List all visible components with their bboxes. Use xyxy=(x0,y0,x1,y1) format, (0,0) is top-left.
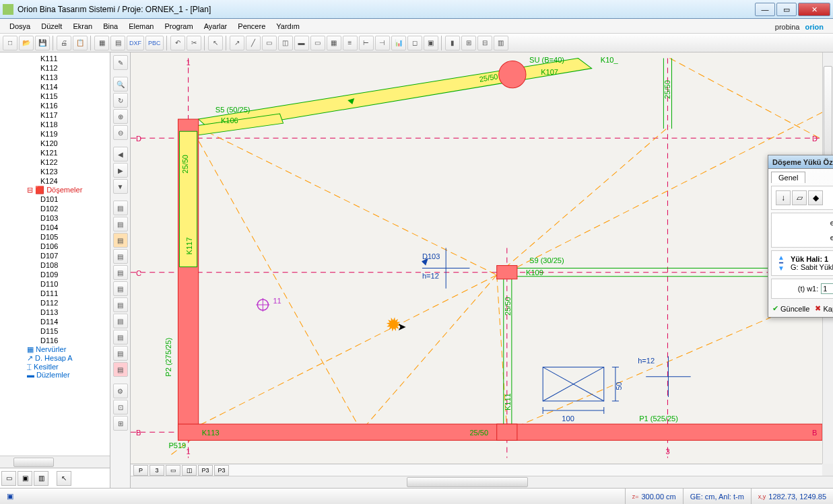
menu-ayarlar[interactable]: Ayarlar xyxy=(199,21,233,32)
line-icon[interactable]: ╱ xyxy=(246,36,261,50)
maximize-button[interactable]: ▭ xyxy=(776,3,797,16)
tree-k-item[interactable]: K122 xyxy=(0,157,110,167)
tree-d-item[interactable]: D115 xyxy=(0,326,110,336)
dialog-title-bar[interactable]: Döşeme Yükü Özellikleri ✕ xyxy=(768,155,833,169)
tree-d-item[interactable]: D107 xyxy=(0,251,110,260)
tree-hscroll[interactable] xyxy=(0,456,110,468)
layer4-icon[interactable]: ▤ xyxy=(113,249,128,264)
tree-k-item[interactable]: K116 xyxy=(0,101,110,110)
w1-input[interactable] xyxy=(821,283,833,294)
dim2-icon[interactable]: ⊣ xyxy=(375,36,390,50)
list-icon[interactable]: ≡ xyxy=(343,36,358,50)
zoomout-icon[interactable]: ⊖ xyxy=(113,125,128,140)
tree-k-item[interactable]: K112 xyxy=(0,63,110,73)
zoomin-icon[interactable]: ⊕ xyxy=(113,109,128,124)
menu-ekran[interactable]: Ekran xyxy=(67,21,98,32)
tree-d-item[interactable]: D111 xyxy=(0,289,110,298)
menu-program[interactable]: Program xyxy=(159,21,198,32)
tree-d-item[interactable]: D108 xyxy=(0,260,110,270)
ctab-b[interactable]: ◫ xyxy=(182,465,197,476)
tree-k-item[interactable]: K117 xyxy=(0,110,110,120)
dialog-tab-genel[interactable]: Genel xyxy=(771,172,805,183)
tree-k-item[interactable]: K124 xyxy=(0,176,110,186)
pen-icon[interactable]: ✎ xyxy=(113,55,128,70)
tree-kesitler[interactable]: ⌶ Kesitler xyxy=(0,363,110,371)
close-button[interactable]: Kapat xyxy=(815,304,833,313)
tree-k-item[interactable]: K111 xyxy=(0,54,110,63)
rect4-icon[interactable]: ▭ xyxy=(310,36,325,50)
ctab-p[interactable]: P xyxy=(133,465,148,476)
btab-1[interactable]: ▭ xyxy=(1,471,16,486)
grid2-icon[interactable]: ⊞ xyxy=(461,36,476,50)
grid-icon[interactable]: ▦ xyxy=(94,36,109,50)
menu-yardim[interactable]: Yardım xyxy=(271,21,305,32)
layer6-icon[interactable]: ▤ xyxy=(113,281,128,296)
layer5-icon[interactable]: ▤ xyxy=(113,265,128,280)
menu-eleman[interactable]: Eleman xyxy=(123,21,159,32)
rect1-icon[interactable]: ▭ xyxy=(262,36,277,50)
layer3-icon[interactable]: ▤ xyxy=(113,233,128,248)
rect5-icon[interactable]: ▦ xyxy=(327,36,341,50)
close-button[interactable]: ✕ xyxy=(798,3,830,16)
tree-dosemeler[interactable]: ⊟ 🟥 Döşemeler xyxy=(0,186,110,194)
box2-icon[interactable]: ▣ xyxy=(424,36,438,50)
tree-nervurler[interactable]: ▦ Nervürler xyxy=(0,345,110,354)
layers-icon[interactable]: ▤ xyxy=(110,36,125,50)
ctab-p3a[interactable]: P3 xyxy=(198,465,213,476)
layer11-icon[interactable]: ▤ xyxy=(113,362,128,377)
tree-duzlemler[interactable]: ▬ Düzlemler xyxy=(0,371,110,379)
open-icon[interactable]: 📂 xyxy=(19,36,34,50)
tree-d-item[interactable]: D116 xyxy=(0,336,110,345)
layer2-icon[interactable]: ▤ xyxy=(113,217,128,231)
tree-d-item[interactable]: D104 xyxy=(0,223,110,232)
slab-load-dialog[interactable]: Döşeme Yükü Özellikleri ✕ Genel ↓ ▱ ◆ (c… xyxy=(768,155,833,318)
rect2-icon[interactable]: ◫ xyxy=(278,36,293,50)
drawing-canvas[interactable]: 25/50 S5 (50/25) K106 K107 SU (B=40) K10… xyxy=(131,52,822,464)
left-icon[interactable]: ◀ xyxy=(113,147,128,161)
layer10-icon[interactable]: ▤ xyxy=(113,346,128,361)
more-icon[interactable]: ▥ xyxy=(494,36,508,50)
layer9-icon[interactable]: ▤ xyxy=(113,330,128,345)
menu-pencere[interactable]: Pencere xyxy=(232,21,271,32)
print-icon[interactable]: 🖨 xyxy=(57,36,71,50)
tree-k-item[interactable]: K113 xyxy=(0,73,110,82)
tree-d-item[interactable]: D103 xyxy=(0,213,110,223)
box-icon[interactable]: ◻ xyxy=(407,36,422,50)
tree-k-item[interactable]: K120 xyxy=(0,139,110,148)
update-button[interactable]: Güncelle xyxy=(772,304,809,313)
opt2-icon[interactable]: ⊡ xyxy=(113,400,128,415)
load-type-area-icon[interactable]: ◆ xyxy=(808,190,823,205)
rect3-icon[interactable]: ▬ xyxy=(294,36,309,50)
load-type-linear-icon[interactable]: ▱ xyxy=(792,190,807,205)
tree-k-item[interactable]: K123 xyxy=(0,167,110,176)
search-icon[interactable]: 🔍 xyxy=(113,77,128,92)
load-type-point-icon[interactable]: ↓ xyxy=(776,190,791,205)
menu-dosya[interactable]: Dosya xyxy=(4,21,36,32)
layer1-icon[interactable]: ▤ xyxy=(113,201,128,215)
dxf-icon[interactable]: DXF xyxy=(127,36,144,50)
ctab-3[interactable]: 3 xyxy=(149,465,164,476)
ctab-p3b[interactable]: P3 xyxy=(214,465,229,476)
copy-icon[interactable]: 📋 xyxy=(73,36,88,50)
tree-d-item[interactable]: D110 xyxy=(0,279,110,289)
tree-k-item[interactable]: K119 xyxy=(0,129,110,139)
tree-k-item[interactable]: K114 xyxy=(0,82,110,92)
minimize-button[interactable]: — xyxy=(755,3,775,16)
btab-4[interactable]: ↖ xyxy=(57,471,71,486)
right-icon[interactable]: ▶ xyxy=(113,163,128,178)
tree-d-item[interactable]: D114 xyxy=(0,317,110,326)
tree-d-item[interactable]: D113 xyxy=(0,308,110,317)
pbc-icon[interactable]: PBC xyxy=(145,36,164,50)
grid3-icon[interactable]: ⊟ xyxy=(477,36,492,50)
tree-d-item[interactable]: D101 xyxy=(0,194,110,204)
menu-bina[interactable]: Bina xyxy=(98,21,123,32)
select-icon[interactable]: ↖ xyxy=(208,36,223,50)
undo-icon[interactable]: ↶ xyxy=(170,36,185,50)
tree-k-item[interactable]: K115 xyxy=(0,92,110,101)
down-icon[interactable]: ▼ xyxy=(113,179,128,194)
tree-k-item[interactable]: K118 xyxy=(0,120,110,129)
cut-icon[interactable]: ✂ xyxy=(187,36,201,50)
tree-hesap[interactable]: ↗ D. Hesap A xyxy=(0,354,110,363)
chart-icon[interactable]: 📊 xyxy=(391,36,406,50)
bar-icon[interactable]: ▮ xyxy=(445,36,460,50)
